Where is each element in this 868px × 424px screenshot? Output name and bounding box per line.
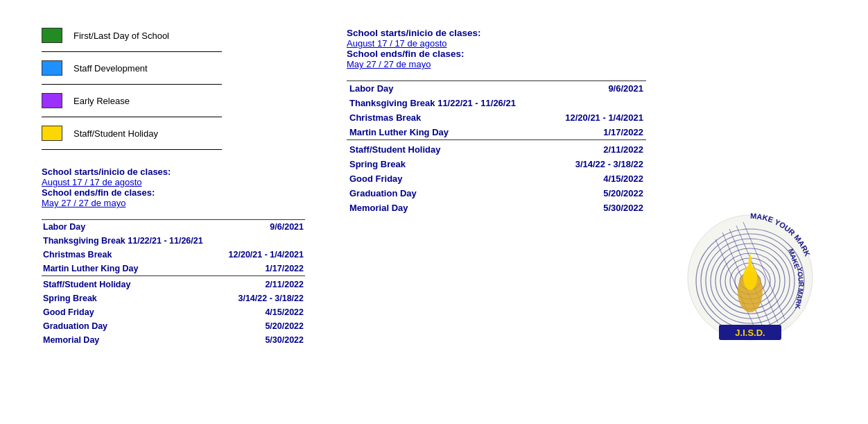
event-date: 4/15/2022 xyxy=(548,171,646,186)
event-name: Martin Luther King Day xyxy=(42,262,220,276)
right-event-row: Memorial Day 5/30/2022 xyxy=(347,201,646,215)
event-name: Christmas Break xyxy=(347,110,548,125)
left-event-row: Christmas Break 12/20/21 - 1/4/2021 xyxy=(42,248,305,262)
event-name: Staff/Student Holiday xyxy=(347,140,548,158)
left-ends-link[interactable]: May 27 / 27 de mayo xyxy=(42,198,305,208)
svg-text:J.I.S.D.: J.I.S.D. xyxy=(735,328,765,338)
event-name: Graduation Day xyxy=(347,186,548,201)
left-event-row: Memorial Day 5/30/2022 xyxy=(42,333,305,347)
legend: First/Last Day of School Staff Developme… xyxy=(42,28,305,150)
event-name: Memorial Day xyxy=(347,201,548,215)
event-date: 3/14/22 - 3/18/22 xyxy=(548,157,646,171)
right-event-row: Good Friday 4/15/2022 xyxy=(347,171,646,186)
event-date: 2/11/2022 xyxy=(220,276,305,292)
event-name: Memorial Day xyxy=(42,333,220,347)
event-date: 12/20/21 - 1/4/2021 xyxy=(548,110,646,125)
event-date: 1/17/2022 xyxy=(220,262,305,276)
event-date: 5/30/2022 xyxy=(220,333,305,347)
left-event-row: Graduation Day 5/20/2022 xyxy=(42,319,305,333)
right-panel: School starts/inicio de clases: August 1… xyxy=(347,28,826,347)
right-info: School starts/inicio de clases: August 1… xyxy=(347,28,646,347)
event-name: Spring Break xyxy=(347,157,548,171)
left-event-table: Labor Day 9/6/2021 Thanksgiving Break 11… xyxy=(42,219,305,347)
left-event-row: Thanksgiving Break 11/22/21 - 11/26/21 xyxy=(42,234,305,248)
event-date xyxy=(220,234,305,248)
legend-label-first-last-day: First/Last Day of School xyxy=(73,31,169,41)
event-name: Spring Break xyxy=(42,291,220,305)
right-starts-link[interactable]: August 17 / 17 de agosto xyxy=(347,38,646,49)
left-panel: First/Last Day of School Staff Developme… xyxy=(42,28,305,347)
event-date: 1/17/2022 xyxy=(548,125,646,140)
right-event-row: Labor Day 9/6/2021 xyxy=(347,81,646,96)
right-event-row: Spring Break 3/14/22 - 3/18/22 xyxy=(347,157,646,171)
legend-color-first-last-day xyxy=(42,28,62,43)
fingerprint-container: MAKE YOUR MARK MAKE YOUR MARK J.I.S.D. xyxy=(681,208,819,347)
event-name: Christmas Break xyxy=(42,248,220,262)
right-ends-link[interactable]: May 27 / 27 de mayo xyxy=(347,59,646,69)
event-date: 9/6/2021 xyxy=(548,81,646,96)
legend-item-first-last-day: First/Last Day of School xyxy=(42,28,222,52)
event-date: 9/6/2021 xyxy=(220,220,305,235)
right-event-table: Labor Day 9/6/2021 Thanksgiving Break 11… xyxy=(347,80,646,215)
right-ends-title: School ends/fin de clases: xyxy=(347,49,646,59)
fingerprint-area: MAKE YOUR MARK MAKE YOUR MARK J.I.S.D. xyxy=(674,28,826,347)
event-date: 5/20/2022 xyxy=(548,186,646,201)
event-name: Good Friday xyxy=(42,305,220,319)
page-container: First/Last Day of School Staff Developme… xyxy=(0,0,868,375)
legend-color-staff-student-holiday xyxy=(42,126,62,141)
event-date: 12/20/21 - 1/4/2021 xyxy=(220,248,305,262)
event-name: Good Friday xyxy=(347,171,548,186)
left-event-row: Good Friday 4/15/2022 xyxy=(42,305,305,319)
legend-item-early-release: Early Release xyxy=(42,93,222,117)
legend-label-staff-development: Staff Development xyxy=(73,63,148,74)
right-school-info: School starts/inicio de clases: August 1… xyxy=(347,28,646,69)
fingerprint-svg: MAKE YOUR MARK MAKE YOUR MARK J.I.S.D. xyxy=(681,208,819,347)
event-name: Labor Day xyxy=(347,81,548,96)
event-date: 5/30/2022 xyxy=(548,201,646,215)
legend-label-staff-student-holiday: Staff/Student Holiday xyxy=(73,128,158,139)
event-date: 4/15/2022 xyxy=(220,305,305,319)
left-event-row: Staff/Student Holiday 2/11/2022 xyxy=(42,276,305,292)
event-name: Thanksgiving Break 11/22/21 - 11/26/21 xyxy=(347,96,548,110)
right-event-row: Martin Luther King Day 1/17/2022 xyxy=(347,125,646,140)
left-event-row: Labor Day 9/6/2021 xyxy=(42,220,305,235)
event-name: Martin Luther King Day xyxy=(347,125,548,140)
legend-item-staff-student-holiday: Staff/Student Holiday xyxy=(42,126,222,150)
legend-label-early-release: Early Release xyxy=(73,96,130,106)
event-name: Graduation Day xyxy=(42,319,220,333)
right-event-row: Christmas Break 12/20/21 - 1/4/2021 xyxy=(347,110,646,125)
left-starts-title: School starts/inicio de clases: xyxy=(42,167,305,177)
event-date: 3/14/22 - 3/18/22 xyxy=(220,291,305,305)
event-date: 2/11/2022 xyxy=(548,140,646,158)
left-school-info: School starts/inicio de clases: August 1… xyxy=(42,167,305,208)
right-event-row: Thanksgiving Break 11/22/21 - 11/26/21 xyxy=(347,96,646,110)
event-date: 5/20/2022 xyxy=(220,319,305,333)
left-starts-link[interactable]: August 17 / 17 de agosto xyxy=(42,177,305,187)
event-date xyxy=(548,96,646,110)
left-ends-title: School ends/fin de clases: xyxy=(42,187,305,198)
legend-color-early-release xyxy=(42,93,62,108)
event-name: Thanksgiving Break 11/22/21 - 11/26/21 xyxy=(42,234,220,248)
left-event-row: Martin Luther King Day 1/17/2022 xyxy=(42,262,305,276)
right-starts-title: School starts/inicio de clases: xyxy=(347,28,646,38)
right-event-row: Graduation Day 5/20/2022 xyxy=(347,186,646,201)
right-event-row: Staff/Student Holiday 2/11/2022 xyxy=(347,140,646,158)
event-name: Labor Day xyxy=(42,220,220,235)
legend-item-staff-development: Staff Development xyxy=(42,60,222,85)
legend-color-staff-development xyxy=(42,60,62,76)
left-event-row: Spring Break 3/14/22 - 3/18/22 xyxy=(42,291,305,305)
event-name: Staff/Student Holiday xyxy=(42,276,220,292)
